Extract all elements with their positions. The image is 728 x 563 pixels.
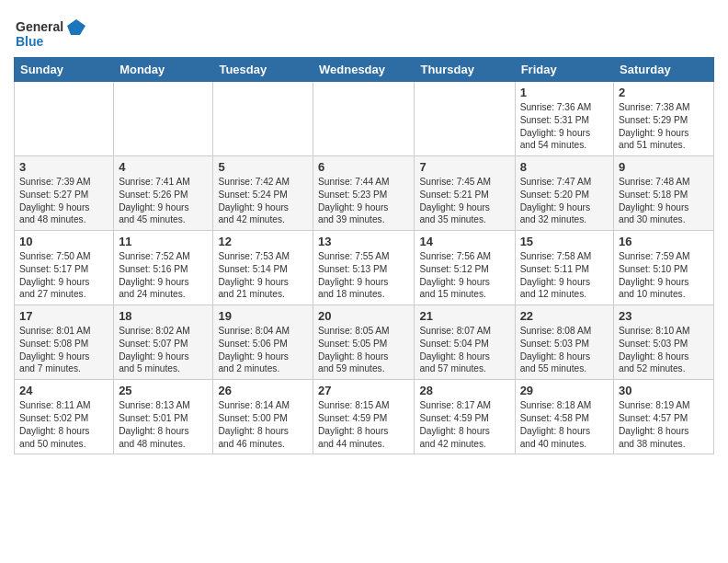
day-info: Sunrise: 8:04 AM Sunset: 5:06 PM Dayligh… (218, 325, 308, 375)
day-info: Sunrise: 7:53 AM Sunset: 5:14 PM Dayligh… (218, 250, 308, 301)
day-info: Sunrise: 8:14 AM Sunset: 5:00 PM Dayligh… (218, 399, 308, 450)
day-number: 7 (419, 160, 509, 174)
day-number: 30 (619, 384, 709, 397)
day-info: Sunrise: 7:58 AM Sunset: 5:11 PM Dayligh… (520, 250, 609, 301)
calendar-cell (313, 82, 415, 156)
day-info: Sunrise: 7:50 AM Sunset: 5:17 PM Dayligh… (19, 250, 108, 301)
calendar-cell: 29Sunrise: 8:18 AM Sunset: 4:58 PM Dayli… (515, 380, 613, 454)
day-info: Sunrise: 8:05 AM Sunset: 5:05 PM Dayligh… (318, 325, 409, 375)
day-number: 4 (119, 160, 208, 174)
day-info: Sunrise: 8:01 AM Sunset: 5:08 PM Dayligh… (19, 325, 108, 375)
calendar-cell: 26Sunrise: 8:14 AM Sunset: 5:00 PM Dayli… (213, 380, 313, 454)
calendar-cell: 6Sunrise: 7:44 AM Sunset: 5:23 PM Daylig… (313, 156, 415, 231)
weekday-header-sunday: Sunday (15, 58, 114, 82)
calendar-cell: 27Sunrise: 8:15 AM Sunset: 4:59 PM Dayli… (313, 380, 415, 454)
day-info: Sunrise: 8:08 AM Sunset: 5:03 PM Dayligh… (520, 325, 609, 375)
calendar-cell: 17Sunrise: 8:01 AM Sunset: 5:08 PM Dayli… (15, 305, 114, 380)
weekday-header-row: SundayMondayTuesdayWednesdayThursdayFrid… (15, 58, 714, 82)
day-info: Sunrise: 7:45 AM Sunset: 5:21 PM Dayligh… (419, 176, 509, 226)
day-info: Sunrise: 7:36 AM Sunset: 5:31 PM Dayligh… (520, 101, 609, 152)
day-number: 6 (318, 160, 409, 174)
week-row-4: 17Sunrise: 8:01 AM Sunset: 5:08 PM Dayli… (15, 305, 714, 380)
calendar-cell (114, 82, 213, 156)
day-number: 28 (419, 384, 509, 397)
calendar-cell: 22Sunrise: 8:08 AM Sunset: 5:03 PM Dayli… (515, 305, 613, 380)
day-number: 8 (520, 160, 609, 174)
day-info: Sunrise: 7:41 AM Sunset: 5:26 PM Dayligh… (119, 176, 208, 226)
day-number: 5 (218, 160, 308, 174)
day-number: 2 (619, 86, 709, 99)
weekday-header-saturday: Saturday (614, 58, 714, 82)
day-info: Sunrise: 8:18 AM Sunset: 4:58 PM Dayligh… (520, 399, 609, 450)
calendar-cell: 5Sunrise: 7:42 AM Sunset: 5:24 PM Daylig… (213, 156, 313, 231)
calendar-cell (15, 82, 114, 156)
day-number: 19 (218, 309, 308, 323)
week-row-2: 3Sunrise: 7:39 AM Sunset: 5:27 PM Daylig… (15, 156, 714, 231)
calendar-cell: 8Sunrise: 7:47 AM Sunset: 5:20 PM Daylig… (515, 156, 613, 231)
calendar-cell: 4Sunrise: 7:41 AM Sunset: 5:26 PM Daylig… (114, 156, 213, 231)
calendar-cell: 25Sunrise: 8:13 AM Sunset: 5:01 PM Dayli… (114, 380, 213, 454)
calendar-cell: 14Sunrise: 7:56 AM Sunset: 5:12 PM Dayli… (415, 231, 515, 305)
day-number: 11 (119, 235, 208, 248)
day-info: Sunrise: 7:42 AM Sunset: 5:24 PM Dayligh… (218, 176, 308, 226)
day-info: Sunrise: 7:39 AM Sunset: 5:27 PM Dayligh… (19, 176, 108, 226)
day-number: 12 (218, 235, 308, 248)
day-number: 17 (19, 309, 108, 323)
calendar-cell: 10Sunrise: 7:50 AM Sunset: 5:17 PM Dayli… (15, 231, 114, 305)
calendar-cell: 11Sunrise: 7:52 AM Sunset: 5:16 PM Dayli… (114, 231, 213, 305)
day-number: 22 (520, 309, 609, 323)
day-number: 23 (619, 309, 709, 323)
calendar: SundayMondayTuesdayWednesdayThursdayFrid… (14, 57, 714, 454)
day-info: Sunrise: 8:15 AM Sunset: 4:59 PM Dayligh… (318, 399, 409, 450)
day-number: 9 (619, 160, 709, 174)
week-row-5: 24Sunrise: 8:11 AM Sunset: 5:02 PM Dayli… (15, 380, 714, 454)
day-number: 24 (19, 384, 108, 397)
day-info: Sunrise: 8:07 AM Sunset: 5:04 PM Dayligh… (419, 325, 509, 375)
calendar-cell: 19Sunrise: 8:04 AM Sunset: 5:06 PM Dayli… (213, 305, 313, 380)
day-number: 29 (520, 384, 609, 397)
logo: General Blue (14, 15, 87, 52)
week-row-3: 10Sunrise: 7:50 AM Sunset: 5:17 PM Dayli… (15, 231, 714, 305)
day-number: 1 (520, 86, 609, 99)
calendar-cell: 15Sunrise: 7:58 AM Sunset: 5:11 PM Dayli… (515, 231, 613, 305)
calendar-cell: 13Sunrise: 7:55 AM Sunset: 5:13 PM Dayli… (313, 231, 415, 305)
svg-marker-2 (67, 19, 85, 35)
day-info: Sunrise: 7:55 AM Sunset: 5:13 PM Dayligh… (318, 250, 409, 301)
weekday-header-friday: Friday (515, 58, 613, 82)
day-number: 20 (318, 309, 409, 323)
calendar-cell: 3Sunrise: 7:39 AM Sunset: 5:27 PM Daylig… (15, 156, 114, 231)
day-number: 26 (218, 384, 308, 397)
calendar-cell: 23Sunrise: 8:10 AM Sunset: 5:03 PM Dayli… (614, 305, 714, 380)
day-info: Sunrise: 8:13 AM Sunset: 5:01 PM Dayligh… (119, 399, 208, 450)
day-info: Sunrise: 8:17 AM Sunset: 4:59 PM Dayligh… (419, 399, 509, 450)
day-info: Sunrise: 7:48 AM Sunset: 5:18 PM Dayligh… (619, 176, 709, 226)
day-info: Sunrise: 8:19 AM Sunset: 4:57 PM Dayligh… (619, 399, 709, 450)
day-info: Sunrise: 8:02 AM Sunset: 5:07 PM Dayligh… (119, 325, 208, 375)
day-number: 27 (318, 384, 409, 397)
week-row-1: 1Sunrise: 7:36 AM Sunset: 5:31 PM Daylig… (15, 82, 714, 156)
calendar-cell: 24Sunrise: 8:11 AM Sunset: 5:02 PM Dayli… (15, 380, 114, 454)
day-info: Sunrise: 7:59 AM Sunset: 5:10 PM Dayligh… (619, 250, 709, 301)
weekday-header-thursday: Thursday (415, 58, 515, 82)
calendar-cell: 20Sunrise: 8:05 AM Sunset: 5:05 PM Dayli… (313, 305, 415, 380)
svg-text:General: General (16, 19, 63, 34)
header: General Blue (14, 9, 714, 52)
day-number: 15 (520, 235, 609, 248)
day-number: 10 (19, 235, 108, 248)
day-number: 14 (419, 235, 509, 248)
calendar-cell: 28Sunrise: 8:17 AM Sunset: 4:59 PM Dayli… (415, 380, 515, 454)
weekday-header-wednesday: Wednesday (313, 58, 415, 82)
logo-svg: General Blue (14, 15, 87, 52)
day-number: 13 (318, 235, 409, 248)
day-number: 16 (619, 235, 709, 248)
calendar-cell (415, 82, 515, 156)
weekday-header-tuesday: Tuesday (213, 58, 313, 82)
day-number: 21 (419, 309, 509, 323)
day-number: 3 (19, 160, 108, 174)
calendar-cell: 18Sunrise: 8:02 AM Sunset: 5:07 PM Dayli… (114, 305, 213, 380)
day-info: Sunrise: 7:44 AM Sunset: 5:23 PM Dayligh… (318, 176, 409, 226)
calendar-cell: 1Sunrise: 7:36 AM Sunset: 5:31 PM Daylig… (515, 82, 613, 156)
day-info: Sunrise: 7:52 AM Sunset: 5:16 PM Dayligh… (119, 250, 208, 301)
calendar-cell (213, 82, 313, 156)
page: General Blue SundayMondayTuesdayWednesda… (0, 0, 728, 468)
